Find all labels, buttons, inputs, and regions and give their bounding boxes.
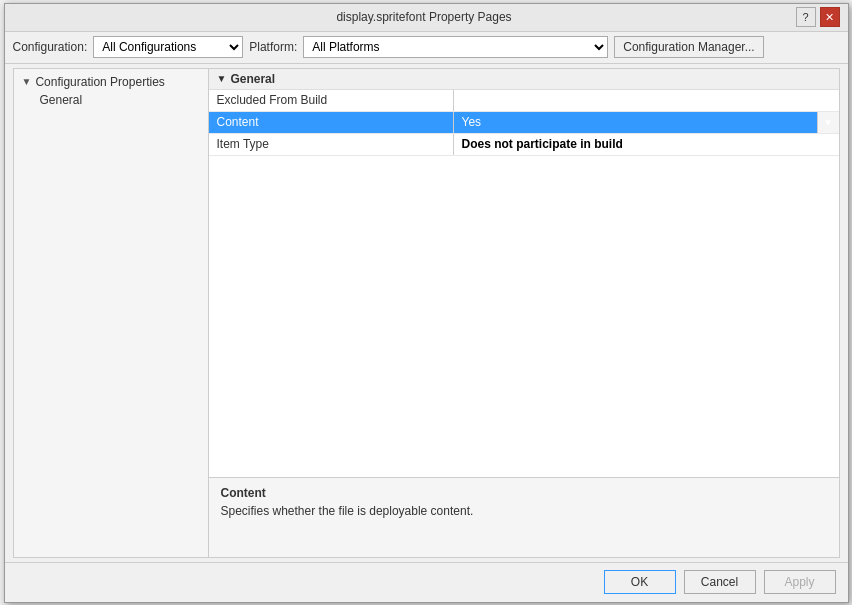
- toolbar-row: Configuration: All Configurations Platfo…: [5, 32, 848, 64]
- apply-button[interactable]: Apply: [764, 570, 836, 594]
- dialog-title: display.spritefont Property Pages: [53, 10, 796, 24]
- help-button[interactable]: ?: [796, 7, 816, 27]
- info-panel: Content Specifies whether the file is de…: [209, 477, 839, 557]
- property-row-excluded[interactable]: Excluded From Build: [209, 90, 839, 112]
- info-title: Content: [221, 486, 827, 500]
- section-header: ▼ General: [209, 69, 839, 90]
- dialog-window: display.spritefont Property Pages ? ✕ Co…: [4, 3, 849, 603]
- tree-root-label: Configuration Properties: [35, 75, 164, 89]
- configuration-select[interactable]: All Configurations: [93, 36, 243, 58]
- property-value-content: Yes ▼: [454, 112, 839, 133]
- title-bar: display.spritefont Property Pages ? ✕: [5, 4, 848, 32]
- property-value-itemtype: Does not participate in build: [454, 134, 839, 155]
- content-area: ▼ Configuration Properties General ▼ Gen…: [13, 68, 840, 558]
- tree-child-general[interactable]: General: [18, 91, 204, 109]
- section-header-label: General: [230, 72, 275, 86]
- tree-child-label: General: [40, 93, 83, 107]
- tree-root-item[interactable]: ▼ Configuration Properties: [18, 73, 204, 91]
- platform-label: Platform:: [249, 40, 297, 54]
- dropdown-button[interactable]: ▼: [817, 112, 839, 133]
- info-description: Specifies whether the file is deployable…: [221, 504, 827, 518]
- property-name-itemtype: Item Type: [209, 134, 454, 155]
- configuration-label: Configuration:: [13, 40, 88, 54]
- property-name-excluded: Excluded From Build: [209, 90, 454, 111]
- section-collapse-icon: ▼: [217, 73, 227, 84]
- left-panel: ▼ Configuration Properties General: [14, 69, 209, 557]
- title-bar-controls: ? ✕: [796, 7, 840, 27]
- property-name-content: Content: [209, 112, 454, 133]
- platform-select[interactable]: All Platforms: [303, 36, 608, 58]
- property-row-itemtype[interactable]: Item Type Does not participate in build: [209, 134, 839, 156]
- button-row: OK Cancel Apply: [5, 562, 848, 602]
- property-grid: ▼ General Excluded From Build Content Ye…: [209, 69, 839, 477]
- property-row-content[interactable]: Content Yes ▼: [209, 112, 839, 134]
- tree-collapse-icon: ▼: [22, 76, 32, 87]
- property-value-excluded: [454, 90, 839, 111]
- ok-button[interactable]: OK: [604, 570, 676, 594]
- config-manager-button[interactable]: Configuration Manager...: [614, 36, 763, 58]
- right-panel: ▼ General Excluded From Build Content Ye…: [209, 69, 839, 557]
- close-button[interactable]: ✕: [820, 7, 840, 27]
- cancel-button[interactable]: Cancel: [684, 570, 756, 594]
